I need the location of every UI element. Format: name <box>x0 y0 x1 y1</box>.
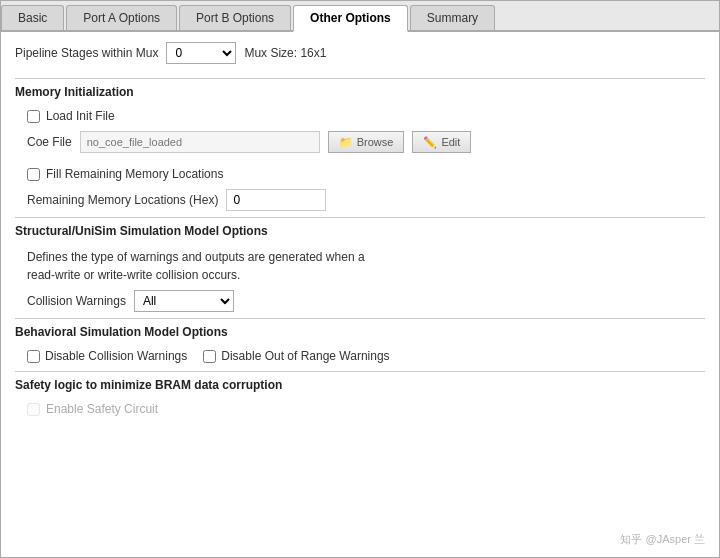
edit-button[interactable]: Edit <box>412 131 471 153</box>
enable-safety-checkbox[interactable] <box>27 403 40 416</box>
safety-header: Safety logic to minimize BRAM data corru… <box>15 371 705 396</box>
disable-range-item: Disable Out of Range Warnings <box>203 349 389 363</box>
tab-port-b[interactable]: Port B Options <box>179 5 291 30</box>
collision-row: Collision Warnings All Warning Generate … <box>15 290 705 312</box>
behavioral-header: Behavioral Simulation Model Options <box>15 318 705 343</box>
edit-label: Edit <box>441 136 460 148</box>
collision-label: Collision Warnings <box>27 294 126 308</box>
pipeline-label: Pipeline Stages within Mux <box>15 46 158 60</box>
coe-file-label: Coe File <box>27 135 72 149</box>
browse-button[interactable]: Browse <box>328 131 405 153</box>
fill-remaining-checkbox[interactable] <box>27 168 40 181</box>
behavioral-row: Disable Collision Warnings Disable Out o… <box>15 349 705 363</box>
safety-row: Enable Safety Circuit <box>15 402 705 416</box>
memory-init-header: Memory Initialization <box>15 78 705 103</box>
disable-collision-item: Disable Collision Warnings <box>27 349 187 363</box>
remaining-memory-input[interactable] <box>226 189 326 211</box>
fill-remaining-label: Fill Remaining Memory Locations <box>46 167 223 181</box>
coe-file-row: Coe File Browse Edit <box>15 131 705 153</box>
folder-icon <box>339 136 353 149</box>
coe-file-input[interactable] <box>80 131 320 153</box>
tab-other-options[interactable]: Other Options <box>293 5 408 32</box>
browse-label: Browse <box>357 136 394 148</box>
disable-range-label: Disable Out of Range Warnings <box>221 349 389 363</box>
tab-port-a[interactable]: Port A Options <box>66 5 177 30</box>
edit-icon <box>423 136 437 149</box>
remaining-memory-label: Remaining Memory Locations (Hex) <box>27 193 218 207</box>
tab-summary[interactable]: Summary <box>410 5 495 30</box>
content-area: Pipeline Stages within Mux 0 1 2 Mux Siz… <box>1 32 719 557</box>
pipeline-row: Pipeline Stages within Mux 0 1 2 Mux Siz… <box>15 42 705 64</box>
structural-description: Defines the type of warnings and outputs… <box>15 248 705 284</box>
watermark: 知乎 @JAsper 兰 <box>620 532 705 547</box>
load-init-file-row: Load Init File <box>15 109 705 123</box>
disable-collision-label: Disable Collision Warnings <box>45 349 187 363</box>
load-init-file-label: Load Init File <box>46 109 115 123</box>
disable-range-checkbox[interactable] <box>203 350 216 363</box>
pipeline-select[interactable]: 0 1 2 <box>166 42 236 64</box>
enable-safety-label: Enable Safety Circuit <box>46 402 158 416</box>
structural-header: Structural/UniSim Simulation Model Optio… <box>15 217 705 242</box>
fill-remaining-row: Fill Remaining Memory Locations <box>15 167 705 181</box>
load-init-file-checkbox[interactable] <box>27 110 40 123</box>
tab-basic[interactable]: Basic <box>1 5 64 30</box>
remaining-memory-row: Remaining Memory Locations (Hex) <box>15 189 705 211</box>
collision-select[interactable]: All Warning Generate X None <box>134 290 234 312</box>
mux-size-label: Mux Size: 16x1 <box>244 46 326 60</box>
tab-bar: Basic Port A Options Port B Options Othe… <box>1 1 719 32</box>
disable-collision-checkbox[interactable] <box>27 350 40 363</box>
